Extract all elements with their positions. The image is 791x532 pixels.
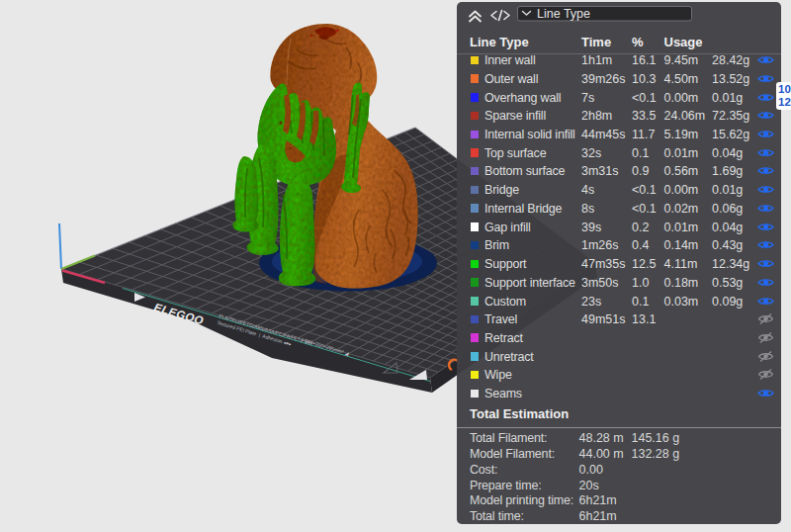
svg-text:Line Type: Line Type xyxy=(537,7,590,21)
